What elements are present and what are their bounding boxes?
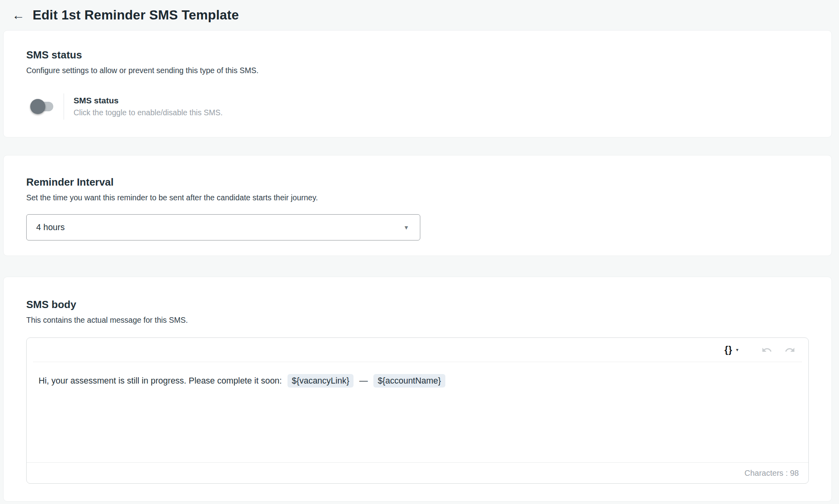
sms-status-heading: SMS status: [26, 49, 809, 61]
toggle-text-block: SMS status Click the toggle to enable/di…: [74, 96, 223, 117]
character-count: Characters : 98: [744, 469, 799, 478]
sms-body-description: This contains the actual message for thi…: [26, 316, 809, 325]
selected-interval-value: 4 hours: [36, 223, 404, 233]
sms-status-description: Configure settings to allow or prevent s…: [26, 66, 809, 75]
toggle-help-text: Click the toggle to enable/disable this …: [74, 108, 223, 117]
variable-chip-account-name[interactable]: ${accountName}: [373, 374, 445, 388]
page-title: Edit 1st Reminder SMS Template: [33, 8, 239, 23]
sms-body-heading: SMS body: [26, 299, 809, 311]
variable-chip-vacancy-link[interactable]: ${vacancyLink}: [287, 374, 354, 388]
vertical-divider: [64, 93, 64, 120]
sms-status-toggle-row: SMS status Click the toggle to enable/di…: [26, 93, 809, 120]
message-separator: —: [359, 376, 368, 386]
redo-button[interactable]: [784, 344, 796, 356]
sms-message-input[interactable]: Hi, your assessment is still in progress…: [27, 362, 808, 462]
editor-footer: Characters : 98: [27, 462, 808, 483]
redo-arrow-icon: [785, 345, 795, 355]
toggle-knob: [30, 99, 45, 114]
sms-status-card: SMS status Configure settings to allow o…: [3, 30, 832, 138]
back-arrow-icon[interactable]: ←: [10, 6, 27, 24]
editor-toolbar: {} ▾: [27, 338, 808, 362]
message-text: Hi, your assessment is still in progress…: [39, 376, 282, 386]
chevron-down-icon: ▾: [404, 224, 408, 231]
sms-status-toggle[interactable]: [33, 102, 53, 111]
sms-body-card: SMS body This contains the actual messag…: [3, 277, 832, 502]
page-header: ← Edit 1st Reminder SMS Template: [0, 0, 839, 30]
undo-button[interactable]: [761, 344, 773, 356]
undo-arrow-icon: [761, 345, 772, 355]
sms-body-editor: {} ▾ Hi, your assessment is still in pro…: [26, 337, 809, 484]
chevron-down-icon: ▾: [736, 347, 738, 353]
reminder-interval-heading: Reminder Interval: [26, 176, 809, 188]
braces-icon: {}: [724, 345, 732, 355]
insert-variable-button[interactable]: {} ▾: [724, 345, 738, 355]
reminder-interval-card: Reminder Interval Set the time you want …: [3, 155, 832, 256]
reminder-interval-description: Set the time you want this reminder to b…: [26, 193, 809, 202]
reminder-interval-select[interactable]: 4 hours ▾: [26, 214, 420, 240]
main-content: SMS status Configure settings to allow o…: [3, 30, 832, 502]
toggle-label: SMS status: [74, 96, 223, 105]
